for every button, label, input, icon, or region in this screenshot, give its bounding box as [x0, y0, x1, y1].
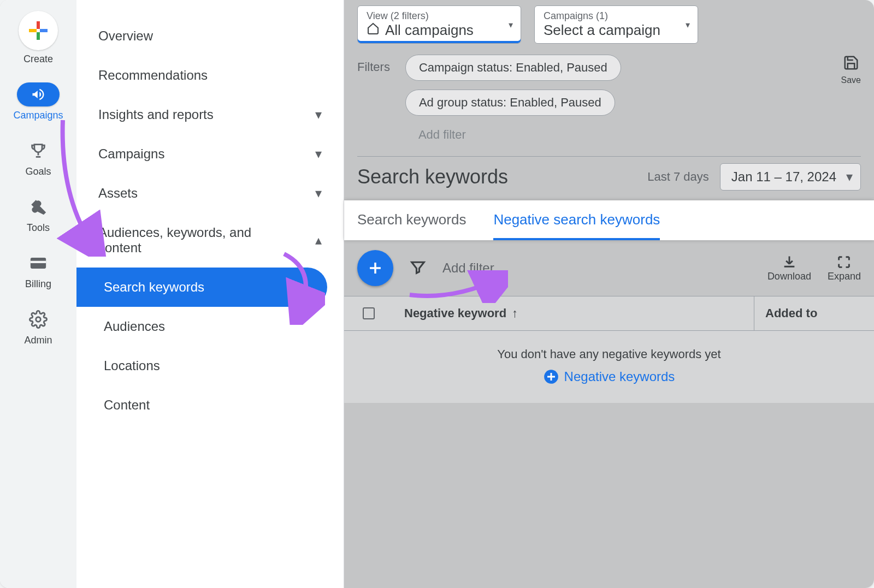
tab-negative-keywords[interactable]: Negative search keywords: [493, 211, 660, 240]
main-content: View (2 filters) All campaigns ▾ Campaig…: [344, 0, 874, 588]
rail-billing-label: Billing: [25, 278, 51, 290]
chevron-down-icon: ▾: [686, 20, 690, 30]
icon-rail: Create Campaigns Goals Tools Billing: [0, 0, 76, 588]
save-filters-label: Save: [841, 75, 861, 85]
tools-icon: [26, 195, 50, 219]
rail-tools[interactable]: Tools: [26, 195, 50, 234]
side-nav: Overview Recommendations Insights and re…: [76, 0, 344, 588]
download-button[interactable]: Download: [767, 254, 811, 282]
nav-assets[interactable]: Assets▾: [76, 174, 344, 213]
filters-label: Filters: [357, 55, 390, 74]
nav-campaigns-label: Campaigns: [98, 146, 164, 162]
card-icon: [26, 251, 50, 275]
nav-recommendations[interactable]: Recommendations: [76, 56, 344, 95]
rail-admin[interactable]: Admin: [24, 307, 52, 346]
campaign-selector[interactable]: Campaigns (1) Select a campaign ▾: [534, 5, 698, 44]
svg-rect-2: [37, 32, 40, 40]
keyword-tabs: Search keywords Negative search keywords: [344, 200, 874, 240]
nav-recommendations-label: Recommendations: [98, 68, 208, 83]
plus-circle-icon: [544, 369, 559, 384]
nav-insights[interactable]: Insights and reports▾: [76, 95, 344, 134]
nav-locations-label: Locations: [104, 358, 160, 373]
svg-point-6: [36, 317, 41, 322]
chevron-down-icon: ▾: [846, 169, 853, 185]
view-selector[interactable]: View (2 filters) All campaigns ▾: [357, 5, 521, 44]
nav-assets-label: Assets: [98, 186, 138, 201]
rail-create[interactable]: Create: [19, 11, 58, 65]
tab-search-keywords[interactable]: Search keywords: [357, 211, 466, 240]
campaign-selector-value: Select a campaign: [544, 22, 660, 39]
col-negative-keyword[interactable]: Negative keyword↑: [393, 296, 754, 330]
select-all-checkbox[interactable]: [363, 307, 375, 319]
add-keyword-button[interactable]: [357, 250, 393, 286]
toolbar-add-filter[interactable]: Add filter: [442, 260, 751, 276]
rail-goals[interactable]: Goals: [25, 139, 51, 177]
filter-chip-campaign-status[interactable]: Campaign status: Enabled, Paused: [405, 55, 621, 81]
expand-label: Expand: [828, 271, 861, 282]
date-range-value: Jan 11 – 17, 2024: [731, 169, 836, 184]
chevron-up-icon: ▴: [315, 233, 322, 248]
rail-campaigns-label: Campaigns: [13, 110, 63, 121]
add-negative-keywords-label: Negative keywords: [564, 369, 675, 384]
nav-search-keywords-label: Search keywords: [104, 280, 204, 295]
nav-overview[interactable]: Overview: [76, 16, 344, 56]
megaphone-icon: [17, 82, 60, 106]
rail-tools-label: Tools: [27, 222, 50, 234]
filter-chip-adgroup-status[interactable]: Ad group status: Enabled, Paused: [405, 90, 615, 116]
add-negative-keywords-link[interactable]: Negative keywords: [544, 369, 675, 384]
filter-icon[interactable]: [410, 259, 426, 277]
rail-create-label: Create: [23, 54, 53, 65]
arrow-up-icon: ↑: [512, 306, 518, 320]
nav-campaigns[interactable]: Campaigns▾: [76, 134, 344, 174]
table-header: Negative keyword↑ Added to: [344, 296, 874, 331]
nav-content[interactable]: Content: [76, 385, 344, 425]
save-filters-button[interactable]: Save: [841, 55, 861, 85]
gear-icon: [26, 307, 50, 331]
svg-rect-0: [37, 21, 40, 29]
plus-multicolor-icon: [19, 11, 58, 50]
home-icon: [367, 22, 380, 39]
section-title: Search keywords: [357, 166, 508, 188]
add-filter-link[interactable]: Add filter: [405, 124, 826, 145]
empty-state: You don't have any negative keywords yet…: [344, 331, 874, 403]
nav-overview-label: Overview: [98, 28, 153, 44]
nav-content-label: Content: [104, 397, 150, 413]
chevron-down-icon: ▾: [315, 107, 322, 122]
expand-button[interactable]: Expand: [828, 254, 861, 282]
date-range-picker[interactable]: Jan 11 – 17, 2024 ▾: [720, 163, 861, 191]
expand-icon: [836, 254, 852, 270]
nav-audiences[interactable]: Audiences: [76, 307, 344, 346]
campaign-selector-label: Campaigns (1): [544, 10, 670, 22]
rail-campaigns[interactable]: Campaigns: [13, 82, 63, 121]
download-label: Download: [767, 271, 811, 282]
empty-state-message: You don't have any negative keywords yet: [344, 347, 874, 361]
nav-akc[interactable]: Audiences, keywords, and content▴: [76, 213, 344, 268]
col-added-to[interactable]: Added to: [754, 296, 874, 330]
save-icon: [843, 55, 859, 73]
svg-rect-5: [31, 261, 46, 263]
nav-audiences-label: Audiences: [104, 319, 165, 334]
nav-akc-label: Audiences, keywords, and content: [98, 225, 290, 256]
svg-rect-3: [29, 29, 37, 32]
date-range-label: Last 7 days: [647, 170, 709, 184]
col-negative-keyword-label: Negative keyword: [404, 306, 506, 320]
download-icon: [782, 254, 797, 270]
svg-rect-1: [40, 29, 48, 32]
rail-goals-label: Goals: [25, 166, 51, 177]
rail-billing[interactable]: Billing: [25, 251, 51, 290]
chevron-down-icon: ▾: [315, 146, 322, 162]
view-selector-value: All campaigns: [385, 22, 474, 39]
view-selector-label: View (2 filters): [367, 10, 493, 22]
nav-locations[interactable]: Locations: [76, 346, 344, 385]
chevron-down-icon: ▾: [315, 186, 322, 201]
nav-insights-label: Insights and reports: [98, 107, 214, 122]
nav-search-keywords[interactable]: Search keywords: [76, 268, 327, 307]
rail-admin-label: Admin: [24, 335, 52, 346]
chevron-down-icon: ▾: [509, 20, 513, 30]
trophy-icon: [26, 139, 50, 163]
